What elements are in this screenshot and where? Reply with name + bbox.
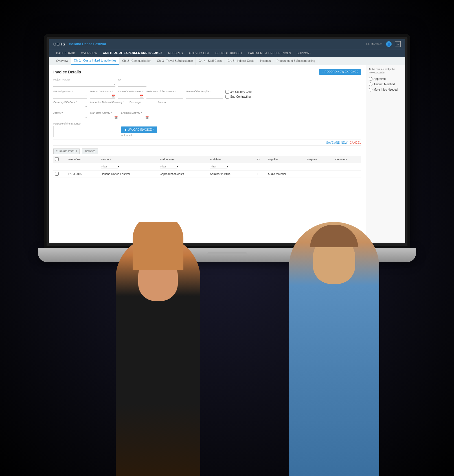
- expenses-table: Date of Re... Partners Budget Item Activ…: [53, 156, 361, 178]
- currency-select[interactable]: [53, 104, 87, 109]
- exchange-input[interactable]: [130, 104, 155, 109]
- person-right: [271, 208, 398, 476]
- purpose-group: Purpose of the Expence*: [53, 122, 118, 137]
- date-payment-calendar-icon[interactable]: 📅: [140, 95, 143, 98]
- budget-filter-chevron: ▾: [177, 165, 178, 168]
- activities-filter-chevron: ▾: [227, 165, 228, 168]
- end-date-label: End Date Activity *: [121, 112, 149, 114]
- partners-filter-chevron: ▾: [118, 165, 119, 168]
- reference-input[interactable]: [146, 93, 183, 99]
- amount-modified-label: Amount Modified: [374, 83, 395, 86]
- radio-approved: Approved: [369, 77, 402, 81]
- main-nav: DASHBOARD OVERVIEW CONTROL OF EXPENSES A…: [49, 49, 405, 57]
- amount-modified-radio[interactable]: [369, 82, 372, 86]
- amount-national-input[interactable]: [90, 104, 127, 109]
- date-payment-label: Date of the Payment *: [118, 90, 144, 93]
- nav-control-expenses[interactable]: CONTROL OF EXPENSES AND INCOMES: [100, 49, 166, 57]
- project-partner-select-wrapper: ▾: [53, 82, 115, 87]
- nav-official-budget[interactable]: OFFICIAL BUDGET: [212, 49, 245, 57]
- col-checkbox: [53, 156, 66, 163]
- end-date-calendar-icon[interactable]: 📅: [145, 116, 149, 119]
- country-cost-label: 3rd Country Cost: [230, 90, 252, 93]
- nav-overview[interactable]: OVERVIEW: [78, 49, 100, 57]
- approved-label: Approved: [374, 77, 386, 80]
- nav-activity-list[interactable]: ACTIVITY LIST: [186, 49, 212, 57]
- start-date-group: Start Date Activity * 01.01.16 📅: [90, 112, 118, 120]
- form-row-4: Activity * ▾ Start Date Activity *: [53, 112, 361, 120]
- supplier-input[interactable]: [186, 93, 223, 99]
- country-cost-checkbox-item: 3rd Country Cost: [225, 90, 361, 94]
- sub-contracting-checkbox[interactable]: [225, 95, 229, 99]
- country-cost-group: 3rd Country Cost Sub-Contracting: [225, 89, 361, 99]
- sub-contracting-checkbox-item: Sub-Contracting: [225, 95, 361, 99]
- upload-invoice-button[interactable]: ⬆ UPLOAD INVOICE *: [121, 126, 157, 133]
- subtab-ch2[interactable]: Ch. 2 - Communication: [119, 57, 154, 65]
- form-row-5: Purpose of the Expence* ⬆ UPLOAD INVOICE…: [53, 122, 361, 137]
- subtab-ch3[interactable]: Ch. 3 - Travel & Subsistence: [154, 57, 196, 65]
- eu-budget-select[interactable]: [53, 93, 87, 99]
- supplier-group: Name of the Supplier *: [186, 90, 223, 99]
- save-new-button[interactable]: SAVE AND NEW: [326, 141, 347, 144]
- project-partner-label: Project Partner: [53, 78, 115, 81]
- subtab-ch4[interactable]: Ch. 4 - Staff Costs: [196, 57, 225, 65]
- end-date-input[interactable]: 01.01.16: [121, 115, 149, 120]
- section-header: Invoice Details + RECORD NEW EXPENCE: [53, 69, 361, 75]
- nav-dashboard[interactable]: DASHBOARD: [53, 49, 78, 57]
- person-left: [99, 222, 217, 476]
- purpose-textarea[interactable]: [53, 126, 118, 137]
- eu-budget-group: EU Budget Item * ▾: [53, 90, 87, 99]
- start-date-label: Start Date Activity *: [90, 112, 118, 114]
- select-all-checkbox[interactable]: [55, 157, 59, 161]
- activity-select[interactable]: [53, 115, 87, 120]
- radio-amount-modified: Amount Modified: [369, 82, 402, 86]
- col-budget-item: Budget Item: [158, 156, 208, 163]
- nav-reports[interactable]: REPORTS: [165, 49, 186, 57]
- cancel-button[interactable]: CANCEL: [350, 141, 361, 144]
- country-cost-checkbox[interactable]: [225, 90, 229, 94]
- remove-button[interactable]: REMOVE: [82, 149, 98, 154]
- reference-label: Reference of the Invoice *: [146, 90, 183, 93]
- user-avatar-icon[interactable]: 👤: [386, 41, 392, 47]
- start-date-calendar-icon[interactable]: 📅: [114, 116, 118, 119]
- form-row-3: Currency ISO Code * ▾ Amount in National…: [53, 101, 361, 109]
- nav-support[interactable]: SUPPORT: [294, 49, 314, 57]
- form-row-2: EU Budget Item * ▾ Date of the Invoice *: [53, 89, 361, 99]
- change-status-button[interactable]: CHANGE STATUS: [53, 149, 80, 154]
- subtab-procurement[interactable]: Procurement & Subcontracting: [274, 57, 318, 65]
- start-date-input[interactable]: 01.01.16: [90, 115, 118, 120]
- subtab-overview[interactable]: Overview: [53, 57, 71, 65]
- amount-national-group: Amount in National Currency *: [90, 101, 127, 109]
- subtab-ch5[interactable]: Ch. 5 - Indirect Costs: [225, 57, 257, 65]
- project-partner-group: Project Partner ▾: [53, 78, 115, 87]
- budget-filter[interactable]: [160, 165, 177, 169]
- exchange-label: Exchange: [130, 101, 155, 104]
- more-infos-radio[interactable]: [369, 88, 372, 91]
- nav-partners[interactable]: PARTNERS & PREFERENCES: [245, 49, 294, 57]
- subtab-ch1[interactable]: Ch. 1 - Costs linked to activities: [71, 57, 120, 65]
- row-checkbox[interactable]: [55, 172, 59, 176]
- upload-area: ⬆ UPLOAD INVOICE * Uploaded: [121, 126, 157, 137]
- date-invoice-calendar-icon[interactable]: 📅: [111, 95, 115, 98]
- divider: [53, 145, 361, 146]
- table-header-row: Date of Re... Partners Budget Item Activ…: [53, 156, 361, 163]
- side-panel-title: To be completed by the Project Leader: [369, 68, 402, 74]
- amount-input[interactable]: [158, 104, 183, 109]
- project-partner-select[interactable]: [53, 82, 115, 87]
- currency-group: Currency ISO Code * ▾: [53, 101, 87, 109]
- row-date: 12.03.2016: [66, 171, 99, 178]
- activity-label: Activity *: [53, 112, 87, 114]
- date-invoice-group: Date of the Invoice * 01.01.16 📅: [90, 90, 115, 99]
- logout-icon[interactable]: ⇥: [395, 41, 401, 47]
- activities-filter[interactable]: [210, 165, 227, 169]
- col-id: ID: [255, 156, 266, 163]
- col-activities: Activities: [208, 156, 255, 163]
- id-input[interactable]: [118, 82, 146, 87]
- date-payment-group: Date of the Payment * 01.01.16 📅: [118, 90, 144, 99]
- id-group: ID: [118, 78, 146, 87]
- currency-label: Currency ISO Code *: [53, 101, 87, 104]
- partners-filter[interactable]: [101, 165, 118, 169]
- record-new-button[interactable]: + RECORD NEW EXPENCE: [319, 69, 361, 75]
- subtab-incomes[interactable]: Incomes: [257, 57, 274, 65]
- approved-radio[interactable]: [369, 77, 372, 81]
- more-infos-label: More Infos Needed: [374, 88, 398, 91]
